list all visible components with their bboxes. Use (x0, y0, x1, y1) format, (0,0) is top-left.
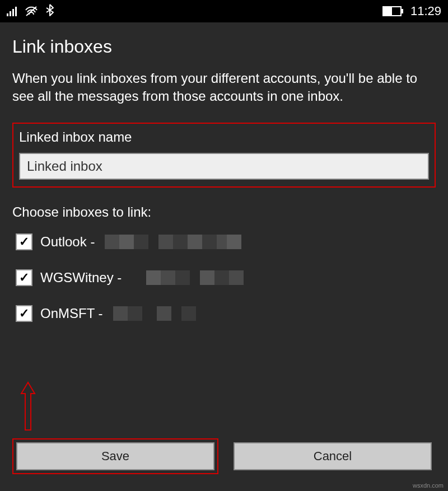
checkmark-icon: ✓ (19, 306, 29, 321)
inbox-item-onmsft[interactable]: ✓ OnMSFT - (16, 305, 436, 322)
choose-inboxes-label: Choose inboxes to link: (12, 204, 436, 220)
redacted-email-icon (132, 270, 244, 285)
checkbox-onmsft[interactable]: ✓ (16, 305, 32, 322)
inbox-list: ✓ Outlook - ✓ WGSWitney - (12, 233, 436, 322)
status-bar: 11:29 (0, 0, 448, 22)
redacted-email-icon (105, 235, 241, 249)
page-description: When you link inboxes from your differen… (12, 69, 436, 106)
linked-inbox-name-input[interactable] (19, 153, 429, 180)
cancel-wrapper: Cancel (230, 438, 436, 474)
save-annotation-box: Save (12, 438, 218, 474)
content-area: Link inboxes When you link inboxes from … (0, 22, 448, 322)
clock-time: 11:29 (410, 4, 441, 18)
checkbox-outlook[interactable]: ✓ (16, 233, 32, 250)
checkbox-wgswitney[interactable]: ✓ (16, 269, 32, 286)
wifi-icon (25, 6, 38, 17)
linked-inbox-name-label: Linked inbox name (19, 129, 429, 145)
button-row: Save Cancel (12, 438, 436, 474)
cancel-button[interactable]: Cancel (234, 442, 432, 470)
cellular-signal-icon (7, 6, 17, 16)
status-right: 11:29 (382, 4, 441, 18)
annotation-arrow-icon (17, 380, 39, 438)
inbox-label-wgswitney: WGSWitney - (40, 270, 122, 286)
checkmark-icon: ✓ (19, 235, 29, 249)
redacted-email-icon (113, 306, 196, 321)
inbox-item-outlook[interactable]: ✓ Outlook - (16, 233, 436, 250)
inbox-label-onmsft: OnMSFT - (40, 306, 103, 321)
save-button[interactable]: Save (16, 442, 214, 470)
linked-name-annotation-box: Linked inbox name (12, 123, 436, 188)
inbox-label-outlook: Outlook - (40, 234, 95, 250)
battery-icon (382, 6, 402, 16)
inbox-item-wgswitney[interactable]: ✓ WGSWitney - (16, 269, 436, 286)
watermark: wsxdn.com (413, 482, 444, 489)
bluetooth-icon (46, 4, 54, 19)
checkmark-icon: ✓ (19, 270, 29, 285)
page-title: Link inboxes (12, 36, 436, 57)
status-left (7, 4, 54, 19)
